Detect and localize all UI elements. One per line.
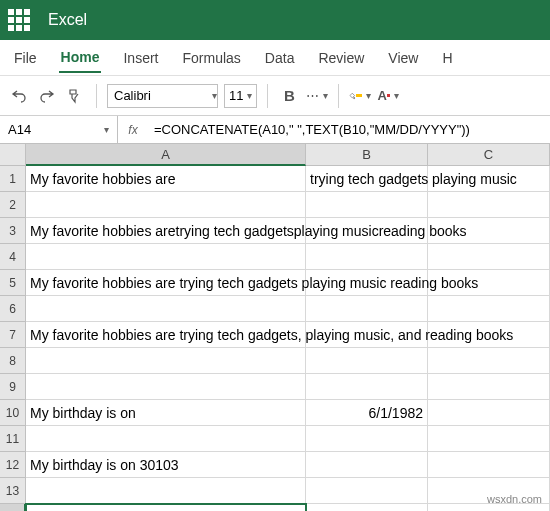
menu-file[interactable]: File	[12, 44, 39, 72]
cell-c11[interactable]	[428, 426, 550, 452]
cell-a10[interactable]: My birthday is on	[26, 400, 306, 426]
cell-c8[interactable]	[428, 348, 550, 374]
font-size-selector[interactable]: 11 ▾	[224, 84, 257, 108]
spreadsheet-grid: A B C 1 My favorite hobbies are trying t…	[0, 144, 550, 511]
font-color-button[interactable]: A▾	[377, 85, 399, 107]
cell-a11[interactable]	[26, 426, 306, 452]
separator	[96, 84, 97, 108]
cell-a3-text: My favorite hobbies aretrying tech gadge…	[30, 223, 467, 239]
cell-b14[interactable]	[306, 504, 428, 511]
row-header[interactable]: 1	[0, 166, 26, 192]
menu-insert[interactable]: Insert	[121, 44, 160, 72]
fill-color-button[interactable]: ▾	[349, 85, 371, 107]
cell-c4[interactable]	[428, 244, 550, 270]
cell-c6[interactable]	[428, 296, 550, 322]
cell-a7[interactable]: My favorite hobbies are trying tech gadg…	[26, 322, 306, 348]
name-box-value: A14	[8, 122, 31, 137]
menu-view[interactable]: View	[386, 44, 420, 72]
ribbon-toolbar: Calibri ▾ 11 ▾ B ⋯▾ ▾ A▾	[0, 76, 550, 116]
formula-bar: A14 ▾ fx =CONCATENATE(A10," ",TEXT(B10,"…	[0, 116, 550, 144]
cell-a8[interactable]	[26, 348, 306, 374]
cell-b8[interactable]	[306, 348, 428, 374]
cell-a3[interactable]: My favorite hobbies aretrying tech gadge…	[26, 218, 306, 244]
menu-bar: File Home Insert Formulas Data Review Vi…	[0, 40, 550, 76]
row-header[interactable]: 4	[0, 244, 26, 270]
app-launcher-icon[interactable]	[8, 9, 30, 31]
formula-input[interactable]: =CONCATENATE(A10," ",TEXT(B10,"MM/DD/YYY…	[148, 122, 550, 137]
redo-button[interactable]	[36, 85, 58, 107]
row-header[interactable]: 13	[0, 478, 26, 504]
row-header[interactable]: 5	[0, 270, 26, 296]
menu-formulas[interactable]: Formulas	[180, 44, 242, 72]
bold-button[interactable]: B	[278, 85, 300, 107]
col-header-b[interactable]: B	[306, 144, 428, 166]
cell-c14[interactable]	[428, 504, 550, 511]
menu-home[interactable]: Home	[59, 43, 102, 73]
cell-a13[interactable]	[26, 478, 306, 504]
cell-a7-text: My favorite hobbies are trying tech gadg…	[30, 327, 513, 343]
cell-a14[interactable]: My birthday is on 06/01/1982	[26, 504, 306, 511]
select-all-corner[interactable]	[0, 144, 26, 166]
fx-label[interactable]: fx	[118, 123, 148, 137]
cell-c10[interactable]	[428, 400, 550, 426]
app-name: Excel	[48, 11, 87, 29]
cell-a5-text: My favorite hobbies are trying tech gadg…	[30, 275, 478, 291]
separator	[338, 84, 339, 108]
format-painter-button[interactable]	[64, 85, 86, 107]
cell-b12[interactable]	[306, 452, 428, 478]
watermark: wsxdn.com	[487, 493, 542, 505]
chevron-down-icon: ▾	[104, 124, 109, 135]
cell-b13[interactable]	[306, 478, 428, 504]
cell-a4[interactable]	[26, 244, 306, 270]
col-header-a[interactable]: A	[26, 144, 306, 166]
font-name: Calibri	[108, 88, 208, 103]
menu-review[interactable]: Review	[316, 44, 366, 72]
col-header-c[interactable]: C	[428, 144, 550, 166]
menu-data[interactable]: Data	[263, 44, 297, 72]
font-size: 11	[229, 88, 243, 103]
cell-b9[interactable]	[306, 374, 428, 400]
row-header[interactable]: 8	[0, 348, 26, 374]
chevron-down-icon: ▾	[212, 90, 217, 101]
cell-b6[interactable]	[306, 296, 428, 322]
row-header[interactable]: 12	[0, 452, 26, 478]
cell-c2[interactable]	[428, 192, 550, 218]
row-header[interactable]: 7	[0, 322, 26, 348]
cell-b11[interactable]	[306, 426, 428, 452]
row-header[interactable]: 9	[0, 374, 26, 400]
separator	[267, 84, 268, 108]
cell-b10[interactable]: 6/1/1982	[306, 400, 428, 426]
cell-c1[interactable]: playing music	[428, 166, 550, 192]
cell-a9[interactable]	[26, 374, 306, 400]
cell-c9[interactable]	[428, 374, 550, 400]
cell-a12[interactable]: My birthday is on 30103	[26, 452, 306, 478]
font-selector[interactable]: Calibri ▾	[107, 84, 218, 108]
chevron-down-icon: ▾	[247, 90, 252, 101]
cell-a2[interactable]	[26, 192, 306, 218]
name-box[interactable]: A14 ▾	[0, 116, 118, 143]
cell-b2[interactable]	[306, 192, 428, 218]
row-header[interactable]: 2	[0, 192, 26, 218]
row-header[interactable]: 3	[0, 218, 26, 244]
menu-h[interactable]: H	[440, 44, 454, 72]
row-header[interactable]: 11	[0, 426, 26, 452]
row-header[interactable]: 6	[0, 296, 26, 322]
more-font-button[interactable]: ⋯▾	[306, 85, 328, 107]
cell-b1[interactable]: trying tech gadgets	[306, 166, 428, 192]
row-header[interactable]: 14	[0, 504, 26, 511]
cell-a6[interactable]	[26, 296, 306, 322]
row-header[interactable]: 10	[0, 400, 26, 426]
cell-b4[interactable]	[306, 244, 428, 270]
cell-a1[interactable]: My favorite hobbies are	[26, 166, 306, 192]
cell-c12[interactable]	[428, 452, 550, 478]
undo-button[interactable]	[8, 85, 30, 107]
cell-a5[interactable]: My favorite hobbies are trying tech gadg…	[26, 270, 306, 296]
title-bar: Excel	[0, 0, 550, 40]
